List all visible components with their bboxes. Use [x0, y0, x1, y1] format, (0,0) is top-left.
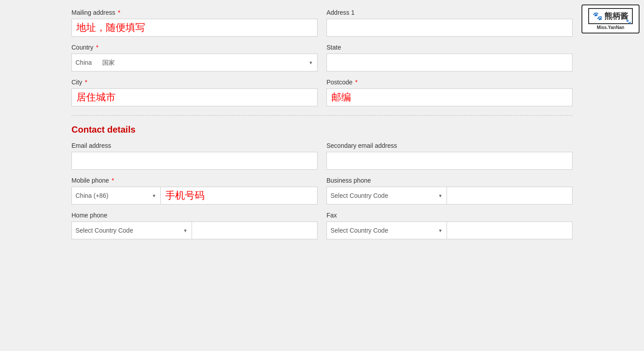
fax-country-code-wrapper: Select Country Code China (+86) United S…	[326, 221, 447, 239]
logo: 🐾 熊柄酱 🐾 Miss.YanNan	[581, 4, 640, 33]
mobile-phone-inputs: China (+86) United States (+1) United Ki…	[71, 187, 318, 205]
city-group: City *	[71, 79, 318, 106]
mobile-phone-group: Mobile phone * China (+86) United States…	[71, 177, 318, 205]
required-star: *	[85, 79, 87, 86]
home-country-code-select[interactable]: Select Country Code China (+86) United S…	[71, 221, 192, 239]
country-select-wrapper: China 国家 United States United Kingdom Ja…	[71, 54, 318, 71]
secondary-email-input[interactable]	[326, 152, 573, 170]
postcode-label: Postcode *	[326, 79, 573, 86]
required-star: *	[118, 9, 120, 16]
home-fax-row: Home phone Select Country Code China (+8…	[71, 212, 573, 239]
business-country-code-select[interactable]: Select Country Code China (+86) United S…	[326, 187, 447, 205]
logo-text: 熊柄酱	[604, 12, 628, 21]
required-star: *	[96, 44, 98, 51]
address1-label: Address 1	[326, 9, 573, 16]
mailing-address-input[interactable]	[71, 19, 318, 37]
home-phone-label: Home phone	[71, 212, 318, 219]
home-country-code-wrapper: Select Country Code China (+86) United S…	[71, 221, 192, 239]
address1-input[interactable]	[326, 19, 573, 37]
state-label: State	[326, 44, 573, 51]
fax-group: Fax Select Country Code China (+86) Unit…	[326, 212, 573, 239]
secondary-email-group: Secondary email address	[326, 142, 573, 170]
required-star: *	[355, 79, 357, 86]
fax-number-input[interactable]	[447, 221, 573, 239]
country-label: Country *	[71, 44, 318, 51]
mailing-address-group: Mailing address *	[71, 9, 318, 37]
business-number-wrapper	[447, 187, 573, 205]
postcode-group: Postcode *	[326, 79, 573, 106]
home-number-wrapper	[192, 221, 318, 239]
section-divider	[71, 115, 573, 116]
secondary-email-label: Secondary email address	[326, 142, 573, 149]
country-group: Country * China 国家 United States United …	[71, 44, 318, 71]
mailing-section: Mailing address * Address 1 Country *	[71, 9, 573, 106]
home-number-input[interactable]	[192, 221, 318, 239]
mailing-address-row: Mailing address * Address 1	[71, 9, 573, 37]
business-number-input[interactable]	[447, 187, 573, 205]
mobile-phone-label: Mobile phone *	[71, 177, 318, 184]
email-input[interactable]	[71, 152, 318, 170]
mobile-number-input[interactable]	[161, 187, 318, 205]
country-select[interactable]: China 国家 United States United Kingdom Ja…	[71, 54, 318, 71]
email-group: Email address	[71, 142, 318, 170]
email-label: Email address	[71, 142, 318, 149]
home-phone-group: Home phone Select Country Code China (+8…	[71, 212, 318, 239]
state-group: State	[326, 44, 573, 71]
contact-section-title: Contact details	[71, 125, 573, 135]
business-phone-group: Business phone Select Country Code China…	[326, 177, 573, 205]
mobile-country-code-select[interactable]: China (+86) United States (+1) United Ki…	[71, 187, 161, 205]
city-label: City *	[71, 79, 318, 86]
state-input[interactable]	[326, 54, 573, 71]
mobile-number-wrapper	[161, 187, 318, 205]
fax-number-wrapper	[447, 221, 573, 239]
city-postcode-row: City * Postcode *	[71, 79, 573, 106]
mobile-country-code-wrapper: China (+86) United States (+1) United Ki…	[71, 187, 161, 205]
fax-country-code-select[interactable]: Select Country Code China (+86) United S…	[326, 221, 447, 239]
required-star: *	[112, 177, 114, 184]
address1-group: Address 1	[326, 9, 573, 37]
page-container: 🐾 熊柄酱 🐾 Miss.YanNan Mailing address * Ad…	[0, 0, 644, 351]
logo-sub: Miss.YanNan	[588, 25, 633, 30]
city-input[interactable]	[71, 88, 318, 106]
fax-label: Fax	[326, 212, 573, 219]
email-row: Email address Secondary email address	[71, 142, 573, 170]
business-country-code-wrapper: Select Country Code China (+86) United S…	[326, 187, 447, 205]
contact-section: Contact details Email address Secondary …	[71, 125, 573, 239]
country-state-row: Country * China 国家 United States United …	[71, 44, 573, 71]
fax-inputs: Select Country Code China (+86) United S…	[326, 221, 573, 239]
mailing-address-label: Mailing address *	[71, 9, 318, 16]
home-phone-inputs: Select Country Code China (+86) United S…	[71, 221, 318, 239]
business-phone-label: Business phone	[326, 177, 573, 184]
phone-row: Mobile phone * China (+86) United States…	[71, 177, 573, 205]
business-phone-inputs: Select Country Code China (+86) United S…	[326, 187, 573, 205]
postcode-input[interactable]	[326, 88, 573, 106]
